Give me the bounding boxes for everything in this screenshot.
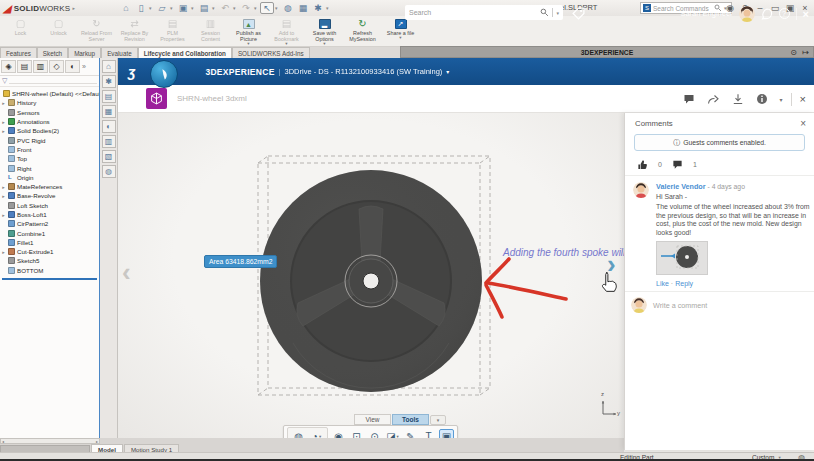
thumbs-up-icon[interactable]	[637, 159, 648, 170]
section-tool-icon[interactable]: ◪▾	[385, 429, 400, 439]
propertymanager-tab-icon[interactable]: ▤	[17, 60, 32, 73]
tab-features[interactable]: Features	[0, 47, 37, 58]
expand-caret-icon[interactable]: ▸	[1, 119, 6, 125]
viewer-tab-view[interactable]: View	[354, 414, 391, 425]
layers-strip-icon[interactable]: ▧	[102, 150, 116, 163]
dropdown-arrow-icon[interactable]: ▾	[191, 5, 196, 11]
tree-item-top[interactable]: Top	[1, 154, 99, 163]
rebuild-icon[interactable]: ◍	[281, 2, 295, 14]
select-tool-icon[interactable]: ↖	[260, 2, 274, 14]
folder-strip-icon[interactable]: ▤	[102, 90, 116, 103]
viewer-tab-tools[interactable]: Tools	[392, 414, 429, 425]
print-icon[interactable]: ▤	[197, 2, 211, 14]
tree-item-solid-bodies-2-[interactable]: ▸Solid Bodies(2)	[1, 126, 99, 135]
dropdown-arrow-icon[interactable]: ▾	[326, 5, 331, 11]
save-icon[interactable]: ▣	[176, 2, 190, 14]
dropdown-arrow-icon[interactable]: ▾	[247, 42, 249, 46]
user-avatar[interactable]	[739, 6, 755, 22]
tree-item-fillet1[interactable]: Fillet1	[1, 238, 99, 247]
reply-link[interactable]: Reply	[675, 280, 693, 287]
image-strip-icon[interactable]: ▦	[102, 105, 116, 118]
comment-attachment-thumbnail[interactable]	[656, 241, 708, 275]
comments-close-icon[interactable]: ×	[800, 118, 806, 129]
zoom-area-tool-icon[interactable]: ⊙	[367, 429, 382, 439]
options-gear-icon[interactable]: ✱	[311, 2, 325, 14]
settings-strip-icon[interactable]: ✱	[102, 75, 116, 88]
viewer-tabs-chevron-icon[interactable]: ▾	[430, 415, 446, 425]
expand-caret-icon[interactable]: ▸	[1, 184, 6, 190]
tab-solidworks-add-ins[interactable]: SOLIDWORKS Add-Ins	[232, 47, 310, 58]
globe-icon[interactable]: ◍	[798, 453, 805, 461]
expand-caret-icon[interactable]: ▸	[1, 212, 6, 218]
expand-caret-icon[interactable]: ▸	[1, 249, 6, 255]
tree-item-front[interactable]: Front	[1, 145, 99, 154]
display-settings-icon[interactable]: ▦	[296, 2, 310, 14]
home-icon[interactable]: ⌂	[119, 2, 133, 14]
tree-item-matereferences[interactable]: ▸MateReferences	[1, 182, 99, 191]
units-selector[interactable]: Custom▾	[752, 454, 781, 461]
pane-close-icon[interactable]: ×	[803, 8, 809, 20]
redo-icon[interactable]: ↷	[239, 2, 253, 14]
collaboration-icon[interactable]	[761, 8, 773, 20]
share-a-file-button[interactable]: ↗Share a file▾	[382, 17, 419, 46]
tab-lifecycle-and-collaboration[interactable]: Lifecycle and Collaboration	[138, 47, 232, 58]
dropdown-arrow-icon[interactable]: ▾	[233, 5, 238, 11]
tree-item-cut-extrude1[interactable]: ▸Cut-Extrude1	[1, 247, 99, 256]
dropdown-arrow-icon[interactable]: ▾	[212, 5, 217, 11]
table-strip-icon[interactable]: ▥	[102, 135, 116, 148]
tree-item-loft-sketch[interactable]: Loft Sketch	[1, 201, 99, 210]
appearance-strip-icon[interactable]: ◐	[102, 120, 116, 133]
3d-viewer[interactable]: Area 63418.862mm2 Adding the fourth spok…	[118, 113, 624, 438]
refresh-mysession-button[interactable]: ↻Refresh MySession	[344, 17, 381, 46]
download-icon[interactable]	[732, 93, 744, 105]
configurations-tab-icon[interactable]: ▥	[33, 60, 48, 73]
orbit-tool-icon[interactable]: ◍	[291, 429, 306, 439]
tree-item-cirpattern2[interactable]: CirPattern2	[1, 219, 99, 228]
user-name[interactable]: Sarah Engineer	[680, 9, 732, 18]
menu-expand-icon[interactable]: ▸	[72, 5, 75, 11]
tree-item-base-revolve[interactable]: ▸Base-Revolve	[1, 191, 99, 200]
dropdown-arrow-icon[interactable]: ▾	[275, 5, 280, 11]
publish-as-picture-button[interactable]: ▲Publish as Picture▾	[230, 17, 267, 46]
commenter-name[interactable]: Valerie Vendor	[656, 182, 706, 191]
new-document-icon[interactable]: ▯	[134, 2, 148, 14]
rollback-bar[interactable]	[2, 278, 97, 280]
dimxpert-tab-icon[interactable]: ◇	[49, 60, 64, 73]
draw-markup-tool-icon[interactable]: ✎	[403, 429, 418, 439]
tree-item-history[interactable]: ▸History	[1, 98, 99, 107]
dropdown-arrow-icon[interactable]: ▾	[399, 36, 401, 40]
present-tool-icon[interactable]: ▣	[439, 429, 454, 439]
dropdown-arrow-icon[interactable]: ▾	[149, 5, 154, 11]
open-icon[interactable]: ▱	[155, 2, 169, 14]
tree-item-right[interactable]: Right	[1, 163, 99, 172]
globe-strip-icon[interactable]: ◍	[102, 165, 116, 178]
filter-funnel-icon[interactable]: ▽	[2, 77, 7, 85]
dropdown-arrow-icon[interactable]: ▾	[323, 42, 325, 46]
commenter-avatar[interactable]	[633, 182, 649, 198]
save-with-options-button[interactable]: ▂Save with Options▾	[306, 17, 343, 46]
share-icon[interactable]	[707, 93, 720, 105]
3dx-search-dropdown-icon[interactable]: ▾	[556, 10, 559, 16]
tree-item-sensors[interactable]: Sensors	[1, 108, 99, 117]
tree-item-annotations[interactable]: ▸Annotations	[1, 117, 99, 126]
tree-item-pvc-rigid[interactable]: PVC Rigid	[1, 135, 99, 144]
app-context-chevron-icon[interactable]: ▾	[446, 68, 449, 75]
featuremanager-tab-icon[interactable]: ◈	[1, 60, 16, 73]
dropdown-arrow-icon[interactable]: ▾	[285, 42, 287, 46]
displaymanager-tab-icon[interactable]: ◐	[65, 60, 80, 73]
3dexperience-compass-icon[interactable]	[150, 60, 178, 88]
visibility-tool-icon[interactable]: ◉	[331, 429, 346, 439]
pane-undock-icon[interactable]: ↦	[802, 48, 809, 57]
previous-file-chevron-icon[interactable]: ‹	[122, 259, 131, 285]
tree-item-origin[interactable]: LOrigin	[1, 173, 99, 182]
comments-icon[interactable]	[683, 93, 695, 105]
tree-item-bottom[interactable]: BOTTOM	[1, 266, 99, 275]
tree-item-boss-loft1[interactable]: ▸Boss-Loft1	[1, 210, 99, 219]
tree-item-combine1[interactable]: Combine1	[1, 228, 99, 237]
expand-caret-icon[interactable]: ▸	[1, 128, 6, 134]
tag-icon[interactable]	[572, 7, 585, 20]
tree-item-shrn-wheel-default-default-disp[interactable]: SHRN-wheel (Default) <<Default>_Disp	[1, 89, 99, 98]
guest-comments-banner[interactable]: ⓘGuests comments enabled.	[634, 134, 805, 151]
text-markup-tool-icon[interactable]: T	[421, 429, 436, 439]
fit-view-tool-icon[interactable]: ⊡	[349, 429, 364, 439]
